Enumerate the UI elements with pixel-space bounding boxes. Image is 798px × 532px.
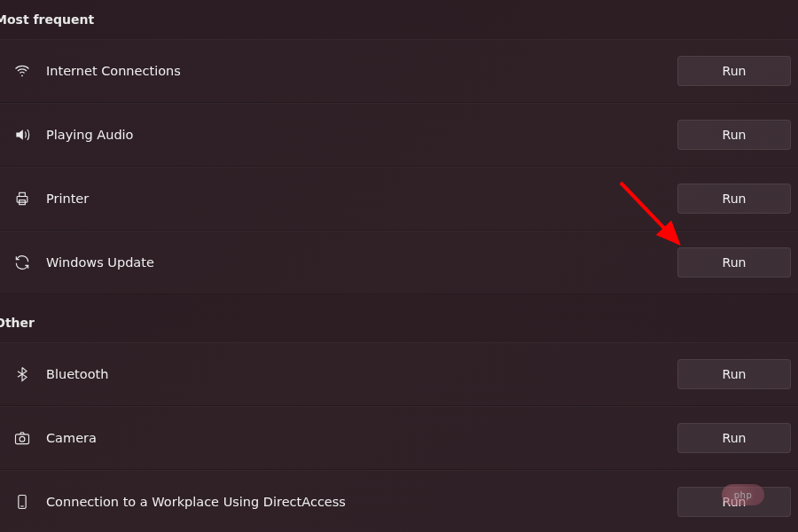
troubleshooter-page: Most frequent Internet Connections Run P… (0, 0, 798, 532)
troubleshooter-item-camera[interactable]: Camera Run (0, 406, 798, 470)
printer-icon (9, 190, 35, 207)
troubleshooter-item-bluetooth[interactable]: Bluetooth Run (0, 342, 798, 406)
troubleshooter-item-printer[interactable]: Printer Run (0, 167, 798, 231)
troubleshooter-item-windows-update[interactable]: Windows Update Run (0, 231, 798, 294)
device-icon (9, 493, 35, 511)
run-button-printer[interactable]: Run (677, 184, 791, 214)
troubleshooter-label: Camera (35, 431, 677, 445)
troubleshooter-label: Windows Update (35, 255, 677, 270)
speaker-icon (9, 126, 35, 144)
run-button-audio[interactable]: Run (677, 120, 791, 150)
troubleshooter-label: Printer (35, 192, 677, 206)
wifi-icon (9, 62, 35, 80)
troubleshooter-label: Playing Audio (35, 128, 677, 142)
section-header-other: Other (0, 294, 798, 342)
camera-icon (9, 429, 35, 447)
svg-rect-1 (17, 197, 27, 203)
run-button-camera[interactable]: Run (677, 423, 791, 453)
run-button-bluetooth[interactable]: Run (677, 359, 791, 389)
troubleshooter-item-internet[interactable]: Internet Connections Run (0, 39, 798, 103)
svg-point-0 (21, 75, 23, 77)
troubleshooter-item-directaccess[interactable]: Connection to a Workplace Using DirectAc… (0, 470, 798, 532)
svg-rect-4 (16, 434, 29, 444)
run-button-internet[interactable]: Run (677, 56, 791, 86)
update-icon (9, 254, 35, 271)
svg-rect-2 (20, 192, 26, 196)
troubleshooter-label: Connection to a Workplace Using DirectAc… (35, 495, 677, 509)
troubleshooter-item-audio[interactable]: Playing Audio Run (0, 103, 798, 167)
troubleshooter-label: Internet Connections (35, 64, 677, 78)
section-header-most-frequent: Most frequent (0, 0, 798, 39)
bluetooth-icon (9, 365, 35, 383)
watermark-badge: php (722, 484, 764, 505)
svg-point-5 (20, 436, 25, 442)
run-button-windows-update[interactable]: Run (677, 247, 791, 278)
troubleshooter-label: Bluetooth (35, 367, 677, 381)
